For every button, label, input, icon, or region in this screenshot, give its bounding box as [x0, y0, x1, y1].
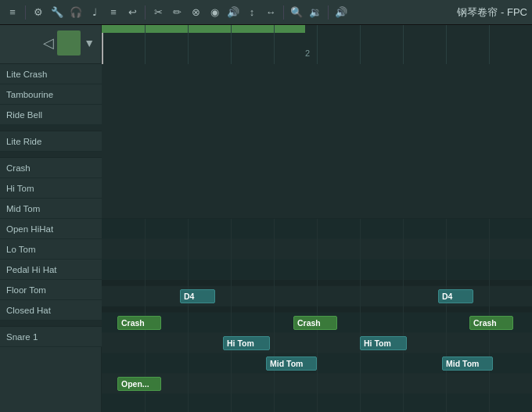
vline-3 — [231, 219, 232, 412]
timeline-ruler: 2 — [102, 25, 532, 219]
track-separator-2 — [0, 152, 102, 158]
track-separator-3 — [0, 321, 102, 327]
tool-icon-6[interactable]: ↩ — [124, 5, 140, 20]
grid-vline-6 — [360, 25, 361, 64]
track-open-hihat[interactable]: Open HiHat — [0, 219, 102, 239]
tool-icon-1[interactable]: ⚙ — [31, 5, 46, 20]
note-open-hihat-1[interactable]: Open... — [117, 377, 161, 391]
speaker-icon[interactable]: 🔊 — [333, 5, 349, 20]
piano-mini-display — [57, 30, 81, 56]
tool-icon-8[interactable]: ✏ — [169, 5, 185, 20]
tool-icon-10[interactable]: ◉ — [207, 5, 222, 20]
track-lite-crash[interactable]: Lite Crash — [0, 64, 102, 84]
main-area: ◁ ▼ Lite Crash Tambourine Ride Bell Lite… — [0, 25, 532, 412]
track-separator-1 — [0, 125, 102, 131]
loop-region[interactable] — [102, 25, 305, 33]
vline-2 — [188, 219, 189, 412]
volume-icon[interactable]: 🔉 — [307, 5, 323, 20]
track-closed-hat[interactable]: Closed Hat — [0, 300, 102, 321]
grid-vline-8 — [446, 25, 447, 64]
grid-vline-1 — [145, 25, 146, 64]
track-snare-1[interactable]: Snare 1 — [0, 327, 102, 347]
tool-icon-5[interactable]: ≡ — [106, 5, 121, 20]
note-midtom-2[interactable]: Mid Tom — [442, 356, 493, 371]
note-d4-1[interactable]: D4 — [180, 289, 215, 303]
collapse-arrow[interactable]: ◁ — [43, 34, 54, 52]
toolbar: ≡ ⚙ 🔧 🎧 ♩ ≡ ↩ ✂ ✏ ⊗ ◉ 🔊 ↕ ↔ 🔍 🔉 🔊 钢琴卷帘 -… — [0, 0, 532, 25]
vline-8 — [446, 219, 447, 412]
track-floor-tom[interactable]: Floor Tom — [0, 280, 102, 300]
note-crash-1[interactable]: Crash — [117, 316, 161, 330]
grid-vline-7 — [403, 25, 404, 64]
grid-vline-9 — [489, 25, 490, 64]
grid-vline-4 — [274, 25, 275, 64]
track-ride-bell[interactable]: Ride Bell — [0, 105, 102, 125]
tool-icon-4[interactable]: ♩ — [87, 5, 102, 20]
divider-2 — [145, 5, 146, 20]
divider-3 — [283, 5, 284, 20]
grid-vline-2 — [188, 25, 189, 64]
track-crash[interactable]: Crash — [0, 158, 102, 178]
menu-icon[interactable]: ≡ — [5, 5, 20, 20]
track-tambourine[interactable]: Tambourine — [0, 84, 102, 105]
note-hitom-1[interactable]: Hi Tom — [223, 336, 270, 350]
track-name-panel: ◁ ▼ Lite Crash Tambourine Ride Bell Lite… — [0, 25, 102, 412]
tool-icon-12[interactable]: ↕ — [244, 5, 260, 20]
vline-7 — [403, 219, 404, 412]
track-list: Lite Crash Tambourine Ride Bell Lite Rid… — [0, 64, 102, 347]
tool-icon-3[interactable]: 🎧 — [68, 5, 84, 20]
divider-4 — [328, 5, 329, 20]
vline-6 — [360, 219, 361, 412]
track-pedal-hihat[interactable]: Pedal Hi Hat — [0, 260, 102, 280]
track-lo-tom[interactable]: Lo Tom — [0, 239, 102, 260]
vline-4 — [274, 219, 275, 412]
tool-icon-9[interactable]: ⊗ — [188, 5, 203, 20]
note-midtom-1[interactable]: Mid Tom — [266, 356, 317, 371]
grid-vline-3 — [231, 25, 232, 64]
grid-area: D4 D4 D Crash Crash Crash Hi Tom Hi Tom … — [102, 219, 532, 412]
left-header: ◁ ▼ — [0, 25, 102, 64]
down-arrow[interactable]: ▼ — [84, 37, 95, 49]
track-mid-tom[interactable]: Mid Tom — [0, 199, 102, 219]
note-d4-2[interactable]: D4 — [438, 289, 473, 303]
divider-1 — [25, 5, 26, 20]
window-title: 钢琴卷帘 - FPC — [457, 5, 527, 20]
timeline-marker-2: 2 — [305, 48, 310, 58]
track-hi-tom[interactable]: Hi Tom — [0, 178, 102, 199]
grid-vline-5 — [317, 25, 318, 64]
note-crash-2[interactable]: Crash — [293, 316, 337, 330]
note-crash-3[interactable]: Crash — [469, 316, 513, 330]
content-area: 2 — [102, 25, 532, 412]
tool-icon-2[interactable]: 🔧 — [49, 5, 65, 20]
note-hitom-2[interactable]: Hi Tom — [360, 336, 407, 350]
tool-icon-11[interactable]: 🔊 — [225, 5, 241, 20]
track-lite-ride[interactable]: Lite Ride — [0, 131, 102, 152]
tool-icon-13[interactable]: ↔ — [263, 5, 279, 20]
zoom-icon[interactable]: 🔍 — [289, 5, 304, 20]
tool-icon-7[interactable]: ✂ — [150, 5, 166, 20]
